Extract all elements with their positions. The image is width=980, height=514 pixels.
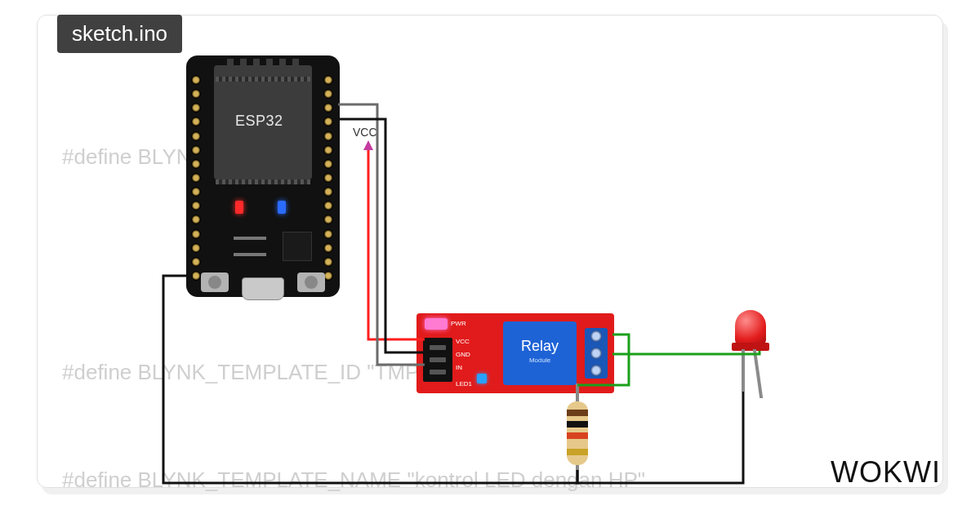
- relay-title: Relay: [503, 338, 577, 355]
- esp32-pins-left: [191, 75, 203, 281]
- relay-screw-terminal: [585, 328, 608, 379]
- code-line: #define BLYNK_TEMPLATE_NAME "kontrol LED…: [62, 462, 928, 498]
- esp32-label: ESP32: [235, 113, 283, 130]
- vcc-label: VCC: [353, 126, 377, 139]
- esp32-status-led: [278, 201, 286, 214]
- relay-pin-label: GND: [456, 351, 470, 358]
- resistor-body: [567, 401, 588, 465]
- vcc-arrow-icon: [363, 140, 373, 150]
- relay-header-pins: [423, 338, 452, 382]
- esp32-regulator: [234, 233, 266, 259]
- wokwi-logo: WOKWI: [831, 455, 941, 490]
- relay-module[interactable]: PWR VCC GND IN LED1 Relay Module: [416, 313, 614, 393]
- esp32-en-button[interactable]: [201, 273, 229, 292]
- led-bulb: [735, 310, 766, 346]
- relay-pin-label: LED1: [456, 380, 472, 388]
- esp32-pins-right: [323, 75, 335, 281]
- relay-body: Relay Module: [503, 321, 577, 385]
- relay-pin-label: PWR: [451, 320, 466, 327]
- led-cathode: [742, 349, 745, 392]
- led-red[interactable]: [732, 310, 773, 375]
- esp32-boot-button[interactable]: [297, 273, 325, 292]
- esp32-power-led: [235, 201, 243, 214]
- filename-tab: sketch.ino: [57, 15, 182, 53]
- relay-pin-label: IN: [456, 364, 462, 371]
- esp32-ic: [283, 232, 312, 261]
- esp32-board[interactable]: ESP32: [186, 55, 340, 297]
- relay-signal-led: [477, 374, 487, 383]
- relay-pin-label: VCC: [456, 338, 470, 345]
- esp32-usb-port: [242, 277, 284, 300]
- relay-subtitle: Module: [503, 357, 577, 364]
- relay-power-led: [425, 318, 448, 330]
- resistor[interactable]: [567, 398, 588, 468]
